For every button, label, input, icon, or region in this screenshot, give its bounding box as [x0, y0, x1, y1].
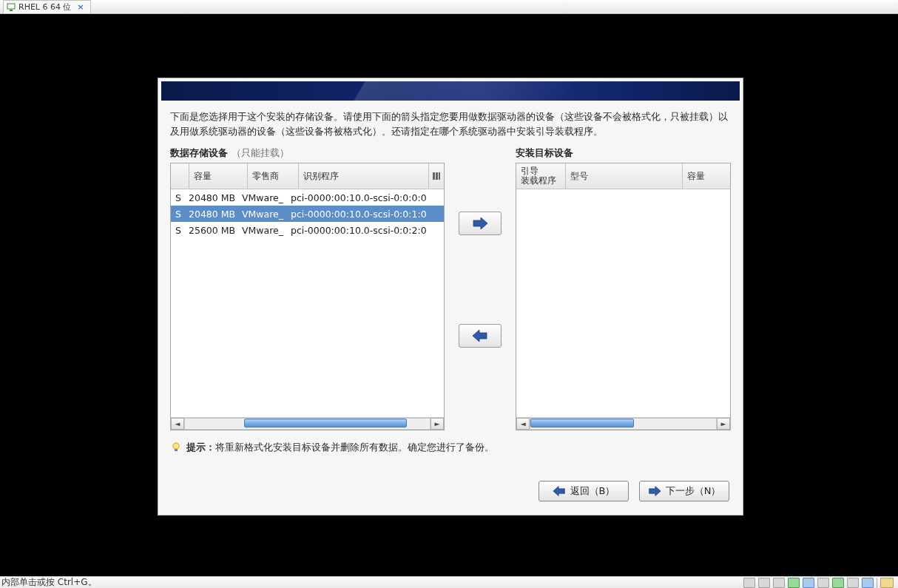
move-right-button[interactable] [459, 212, 502, 235]
network-icon[interactable] [803, 578, 814, 588]
col-header-identifier[interactable]: 识别程序 [299, 163, 428, 189]
back-button[interactable]: 返回（B） [539, 481, 629, 501]
scroll-right-icon[interactable]: ► [717, 418, 730, 430]
tip-row: 提示：将重新格式化安装目标设备并删除所有数据。确定您进行了备份。 [158, 430, 743, 454]
scroll-thumb[interactable] [244, 419, 407, 428]
target-panel-title: 安装目标设备 [516, 146, 731, 160]
cd-icon[interactable] [788, 578, 800, 588]
printer-icon[interactable] [817, 578, 829, 588]
svg-rect-3 [436, 172, 438, 180]
vm-tab-bar: RHEL 6 64 位 × [0, 0, 898, 14]
scroll-right-icon[interactable]: ► [431, 418, 444, 430]
source-panel-title: 数据存储设备 （只能挂载） [170, 146, 445, 160]
list-item[interactable]: S 20480 MB VMware_ pci-0000:00:10.0-scsi… [171, 189, 444, 206]
svg-rect-4 [439, 172, 440, 180]
col-header-flag[interactable] [171, 163, 189, 189]
svg-point-5 [173, 443, 179, 449]
camera-icon[interactable] [862, 578, 874, 588]
source-list-header: 容量 零售商 识别程序 [171, 163, 444, 189]
footer-buttons: 返回（B） 下一步（N） [158, 470, 743, 515]
status-text: 内部单击或按 Ctrl+G。 [1, 576, 97, 588]
list-item[interactable]: S 25600 MB VMware_ pci-0000:00:10.0-scsi… [171, 222, 444, 238]
divider [877, 578, 877, 588]
close-icon[interactable]: × [77, 2, 84, 12]
arrow-left-icon [472, 330, 488, 342]
source-panel: 数据存储设备 （只能挂载） 容量 零售商 识别程序 S 20480 MB [170, 146, 445, 430]
scroll-left-icon[interactable]: ◄ [516, 418, 530, 430]
target-panel: 安装目标设备 引导 装载程序 型号 容量 ◄ ► [516, 146, 731, 430]
installer-window: 下面是您选择用于这个安装的存储设备。请使用下面的箭头指定您要用做数据驱动器的设备… [158, 78, 743, 516]
scroll-track[interactable] [184, 418, 431, 430]
disk-icon[interactable] [758, 578, 770, 588]
svg-rect-6 [175, 449, 178, 451]
installer-banner [161, 81, 740, 101]
svg-rect-1 [10, 10, 13, 11]
col-header-bootloader[interactable]: 引导 装载程序 [516, 163, 566, 189]
source-hscrollbar[interactable]: ◄ ► [171, 417, 444, 430]
sound-icon[interactable] [832, 578, 844, 588]
column-config-button[interactable] [428, 163, 444, 189]
disk-icon[interactable] [773, 578, 785, 588]
scroll-track[interactable] [530, 418, 717, 430]
col-header-model[interactable]: 型号 [566, 163, 683, 189]
lightbulb-icon [170, 442, 182, 453]
status-bar: 内部单击或按 Ctrl+G。 [0, 576, 898, 588]
target-listbox[interactable]: 引导 装载程序 型号 容量 ◄ ► [516, 163, 731, 430]
source-list-body[interactable]: S 20480 MB VMware_ pci-0000:00:10.0-scsi… [171, 189, 444, 417]
installer-description: 下面是您选择用于这个安装的存储设备。请使用下面的箭头指定您要用做数据驱动器的设备… [158, 107, 743, 146]
status-icons [743, 578, 898, 588]
target-list-body[interactable] [516, 189, 730, 417]
col-header-capacity[interactable]: 容量 [683, 163, 730, 189]
monitor-icon [7, 3, 16, 12]
svg-rect-0 [7, 4, 15, 9]
col-header-vendor[interactable]: 零售商 [248, 163, 299, 189]
source-listbox[interactable]: 容量 零售商 识别程序 S 20480 MB VMware_ pci-0000:… [170, 163, 445, 430]
target-list-header: 引导 装载程序 型号 容量 [516, 163, 730, 189]
target-hscrollbar[interactable]: ◄ ► [516, 417, 730, 430]
arrow-right-icon [648, 486, 661, 496]
disk-icon[interactable] [743, 578, 755, 588]
vm-tab[interactable]: RHEL 6 64 位 × [3, 0, 91, 13]
svg-rect-2 [433, 172, 435, 180]
move-left-button[interactable] [459, 324, 502, 348]
col-header-capacity[interactable]: 容量 [189, 163, 248, 189]
list-item[interactable]: S 20480 MB VMware_ pci-0000:00:10.0-scsi… [171, 206, 444, 222]
usb-icon[interactable] [847, 578, 859, 588]
scroll-thumb[interactable] [530, 419, 634, 428]
folder-icon[interactable] [880, 578, 894, 588]
tip-label: 提示： [186, 442, 215, 453]
arrow-left-icon [553, 486, 566, 496]
tip-text: 将重新格式化安装目标设备并删除所有数据。确定您进行了备份。 [215, 442, 494, 453]
arrow-right-icon [472, 217, 488, 229]
vm-tab-label: RHEL 6 64 位 [18, 1, 71, 13]
transfer-buttons [453, 146, 507, 348]
scroll-left-icon[interactable]: ◄ [171, 418, 184, 430]
next-button[interactable]: 下一步（N） [639, 481, 729, 501]
